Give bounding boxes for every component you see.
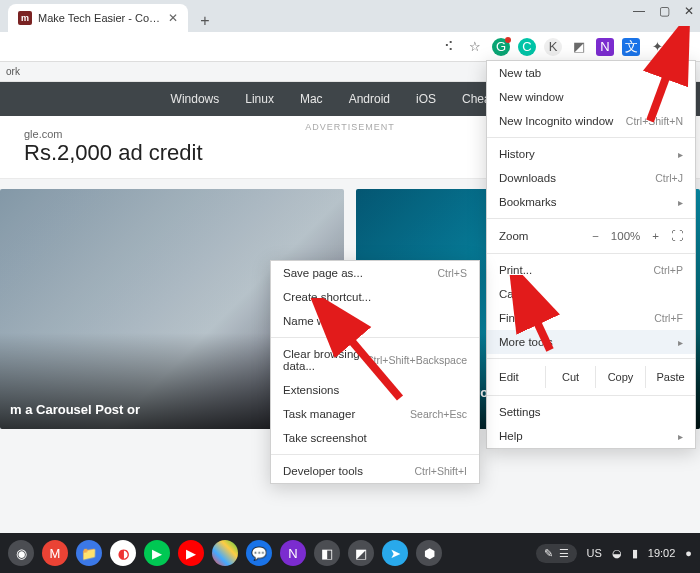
youtube-icon[interactable]: ▶ xyxy=(178,540,204,566)
fullscreen-button[interactable]: ⛶ xyxy=(671,229,683,243)
submenu-take-screenshot[interactable]: Take screenshot xyxy=(271,426,479,450)
browser-tab[interactable]: m Make Tech Easier - Computer Tu ✕ xyxy=(8,4,188,32)
gmail-icon[interactable]: M xyxy=(42,540,68,566)
play-store-icon[interactable]: ▶ xyxy=(144,540,170,566)
ad-label: ADVERTISEMENT xyxy=(305,122,394,132)
notification-dot[interactable]: ● xyxy=(685,547,692,559)
launcher-button[interactable]: ◉ xyxy=(8,540,34,566)
nav-item[interactable]: Windows xyxy=(171,92,220,106)
photos-icon[interactable] xyxy=(212,540,238,566)
chrome-menu-button[interactable]: ⋮ xyxy=(674,38,692,56)
zoom-percent: 100% xyxy=(611,230,640,242)
menu-more-tools[interactable]: More tools▸ xyxy=(487,330,695,354)
menu-new-window[interactable]: New window xyxy=(487,85,695,109)
window-titlebar: m Make Tech Easier - Computer Tu ✕ + — ▢… xyxy=(0,0,700,32)
app-icon[interactable]: ◧ xyxy=(314,540,340,566)
share-icon[interactable]: ⠪ xyxy=(440,38,458,56)
minimize-button[interactable]: — xyxy=(633,4,645,18)
submenu-create-shortcut[interactable]: Create shortcut... xyxy=(271,285,479,309)
submenu-extensions[interactable]: Extensions xyxy=(271,378,479,402)
menu-bookmarks[interactable]: Bookmarks▸ xyxy=(487,190,695,214)
nav-item[interactable]: Linux xyxy=(245,92,274,106)
telegram-icon[interactable]: ➤ xyxy=(382,540,408,566)
browser-toolbar: ⠪ ☆ G C K ◩ N 文 ✦ ⋮ xyxy=(0,32,700,62)
lastpass-icon[interactable]: ◩ xyxy=(570,38,588,56)
submenu-clear-browsing[interactable]: Clear browsing data...Ctrl+Shift+Backspa… xyxy=(271,342,479,378)
keepa-icon[interactable]: K xyxy=(544,38,562,56)
window-controls: — ▢ ✕ xyxy=(633,4,694,18)
nav-item[interactable]: iOS xyxy=(416,92,436,106)
grammarly-icon[interactable]: G xyxy=(492,38,510,56)
submenu-task-manager[interactable]: Task managerSearch+Esc xyxy=(271,402,479,426)
colorzilla-icon[interactable]: C xyxy=(518,38,536,56)
menu-edit-row: Edit Cut Copy Paste xyxy=(487,363,695,391)
ad-headline: Rs.2,000 ad credit xyxy=(24,140,203,166)
menu-find[interactable]: Find...Ctrl+F xyxy=(487,306,695,330)
close-button[interactable]: ✕ xyxy=(684,4,694,18)
menu-history[interactable]: History▸ xyxy=(487,142,695,166)
system-tray[interactable]: ✎☰ US ◒ ▮ 19:02 ● xyxy=(536,544,692,563)
submenu-developer-tools[interactable]: Developer toolsCtrl+Shift+I xyxy=(271,459,479,483)
extensions-icon[interactable]: ✦ xyxy=(648,38,666,56)
menu-cast[interactable]: Cast... xyxy=(487,282,695,306)
ad-subline: gle.com xyxy=(24,128,203,140)
maximize-button[interactable]: ▢ xyxy=(659,4,670,18)
edit-cut[interactable]: Cut xyxy=(545,366,595,388)
edit-paste[interactable]: Paste xyxy=(645,366,695,388)
onenote-icon[interactable]: N xyxy=(596,38,614,56)
battery-icon[interactable]: ▮ xyxy=(632,547,638,560)
app-icon[interactable]: ⬢ xyxy=(416,540,442,566)
tab-close-icon[interactable]: ✕ xyxy=(168,11,178,25)
edit-copy[interactable]: Copy xyxy=(595,366,645,388)
wifi-icon[interactable]: ◒ xyxy=(612,547,622,560)
taskbar: ◉ M 📁 ◐ ▶ ▶ 💬 N ◧ ◩ ➤ ⬢ ✎☰ US ◒ ▮ 19:02 … xyxy=(0,533,700,573)
chrome-menu: New tab New window New Incognito windowC… xyxy=(486,60,696,449)
menu-zoom: Zoom − 100% + ⛶ xyxy=(487,223,695,249)
clock[interactable]: 19:02 xyxy=(648,547,676,559)
chrome-icon[interactable]: ◐ xyxy=(110,540,136,566)
new-tab-button[interactable]: + xyxy=(194,10,216,32)
language-indicator[interactable]: US xyxy=(587,547,602,559)
menu-new-tab[interactable]: New tab xyxy=(487,61,695,85)
menu-settings[interactable]: Settings xyxy=(487,400,695,424)
tab-favicon: m xyxy=(18,11,32,25)
tab-title: Make Tech Easier - Computer Tu xyxy=(38,12,162,24)
menu-downloads[interactable]: DownloadsCtrl+J xyxy=(487,166,695,190)
submenu-name-window[interactable]: Name window... xyxy=(271,309,479,333)
messages-icon[interactable]: 💬 xyxy=(246,540,272,566)
menu-new-incognito[interactable]: New Incognito windowCtrl+Shift+N xyxy=(487,109,695,133)
zoom-out-button[interactable]: − xyxy=(592,230,599,242)
more-tools-submenu: Save page as...Ctrl+S Create shortcut...… xyxy=(270,260,480,484)
menu-print[interactable]: Print...Ctrl+P xyxy=(487,258,695,282)
files-icon[interactable]: 📁 xyxy=(76,540,102,566)
submenu-save-page[interactable]: Save page as...Ctrl+S xyxy=(271,261,479,285)
onenote-taskbar-icon[interactable]: N xyxy=(280,540,306,566)
zoom-in-button[interactable]: + xyxy=(652,230,659,242)
nav-item[interactable]: Android xyxy=(349,92,390,106)
nav-item[interactable]: Mac xyxy=(300,92,323,106)
menu-help[interactable]: Help▸ xyxy=(487,424,695,448)
translate-icon[interactable]: 文 xyxy=(622,38,640,56)
status-pill[interactable]: ✎☰ xyxy=(536,544,577,563)
star-icon[interactable]: ☆ xyxy=(466,38,484,56)
app-icon[interactable]: ◩ xyxy=(348,540,374,566)
